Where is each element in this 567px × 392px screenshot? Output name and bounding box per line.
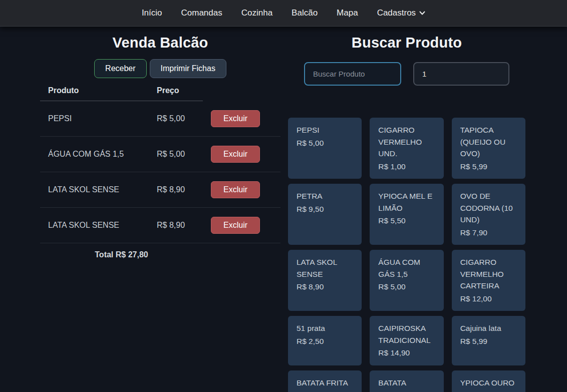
order-row: ÁGUA COM GÁS 1,5 R$ 5,00 Excluir bbox=[40, 136, 280, 172]
column-header-preco: Preço bbox=[149, 81, 203, 101]
order-row-produto: ÁGUA COM GÁS 1,5 bbox=[40, 136, 149, 172]
product-card[interactable]: LATA SKOL SENSE R$ 8,90 bbox=[288, 250, 362, 311]
product-card-price: R$ 8,90 bbox=[297, 281, 353, 293]
excluir-button[interactable]: Excluir bbox=[211, 146, 260, 163]
top-nav: Início Comandas Cozinha Balcão Mapa Cada… bbox=[0, 0, 567, 27]
product-card[interactable]: 51 prata R$ 2,50 bbox=[288, 316, 362, 365]
product-card-name: OVO DE CODORNA (10 UND) bbox=[460, 190, 517, 226]
excluir-button[interactable]: Excluir bbox=[211, 110, 260, 127]
product-card-name: TAPIOCA (QUEIJO OU OVO) bbox=[460, 124, 517, 160]
order-table: Produto Preço PEPSI R$ 5,00 Excluir ÁGUA… bbox=[40, 81, 280, 266]
order-table-header: Produto Preço bbox=[40, 81, 280, 101]
product-card-price: R$ 5,00 bbox=[378, 281, 435, 293]
product-card-name: CAIPIROSKA TRADICIONAL bbox=[378, 322, 435, 346]
order-row: PEPSI R$ 5,00 Excluir bbox=[40, 101, 280, 137]
product-card[interactable]: BATATA FRITA bbox=[288, 370, 362, 392]
product-card-price: R$ 7,90 bbox=[460, 227, 517, 239]
buscar-produto-panel: Buscar Produto PEPSI R$ 5,00 CIGARRO VER… bbox=[288, 27, 525, 392]
imprimir-fichas-button[interactable]: Imprimir Fichas bbox=[150, 59, 226, 78]
order-row: LATA SKOL SENSE R$ 8,90 Excluir bbox=[40, 172, 280, 207]
product-card-name: CIGARRO VERMELHO CARTEIRA bbox=[460, 256, 517, 292]
product-card-name: Cajuina lata bbox=[460, 322, 517, 334]
excluir-button[interactable]: Excluir bbox=[211, 217, 260, 234]
order-row-produto: LATA SKOL SENSE bbox=[40, 207, 149, 243]
product-card-price: R$ 14,90 bbox=[378, 347, 435, 359]
search-row bbox=[288, 62, 525, 86]
nav-item-mapa[interactable]: Mapa bbox=[337, 8, 358, 18]
product-card-price: R$ 2,50 bbox=[297, 335, 353, 347]
product-card-price: R$ 5,50 bbox=[378, 215, 435, 227]
product-card-price: R$ 5,99 bbox=[460, 335, 517, 347]
product-card-name: 51 prata bbox=[297, 322, 353, 334]
product-card-name: CIGARRO VERMELHO UND. bbox=[378, 124, 435, 160]
order-row-preco: R$ 8,90 bbox=[149, 207, 203, 243]
product-card-name: PETRA bbox=[297, 190, 353, 202]
order-row: LATA SKOL SENSE R$ 8,90 Excluir bbox=[40, 207, 280, 243]
nav-item-cozinha[interactable]: Cozinha bbox=[241, 8, 272, 18]
product-card-price: R$ 5,00 bbox=[297, 137, 353, 149]
order-row-produto: LATA SKOL SENSE bbox=[40, 172, 149, 207]
nav-item-cadastros[interactable]: Cadastros bbox=[377, 8, 425, 18]
order-row-preco: R$ 5,00 bbox=[149, 101, 203, 137]
product-card[interactable]: ÁGUA COM GÁS 1,5 R$ 5,00 bbox=[370, 250, 443, 311]
venda-balcao-panel: Venda Balcão Receber Imprimir Fichas Pro… bbox=[40, 27, 280, 392]
product-card-name: PEPSI bbox=[297, 124, 353, 136]
product-card[interactable]: TAPIOCA (QUEIJO OU OVO) R$ 5,99 bbox=[452, 118, 525, 179]
product-card[interactable]: YPIOCA MEL E LIMÃO R$ 5,50 bbox=[370, 184, 443, 245]
product-card[interactable]: BATATA bbox=[370, 370, 443, 392]
product-card-price: R$ 1,00 bbox=[378, 161, 435, 173]
product-card[interactable]: CAIPIROSKA TRADICIONAL R$ 14,90 bbox=[370, 316, 443, 365]
product-card-name: BATATA bbox=[378, 377, 435, 389]
order-total-row: Total R$ 27,80 bbox=[40, 243, 280, 266]
venda-actions: Receber Imprimir Fichas bbox=[40, 59, 280, 78]
product-card-price: R$ 9,50 bbox=[297, 203, 353, 215]
product-card[interactable]: CIGARRO VERMELHO CARTEIRA R$ 12,00 bbox=[452, 250, 525, 311]
order-row-preco: R$ 8,90 bbox=[149, 172, 203, 207]
product-card-price: R$ 5,99 bbox=[460, 161, 517, 173]
search-input[interactable] bbox=[304, 62, 401, 86]
receber-button[interactable]: Receber bbox=[94, 59, 146, 78]
nav-item-balcao[interactable]: Balcão bbox=[292, 8, 318, 18]
excluir-button[interactable]: Excluir bbox=[211, 181, 260, 198]
order-row-preco: R$ 5,00 bbox=[149, 136, 203, 172]
nav-item-inicio[interactable]: Início bbox=[142, 8, 162, 18]
product-card-price: R$ 12,00 bbox=[460, 293, 517, 305]
product-card[interactable]: Cajuina lata R$ 5,99 bbox=[452, 316, 525, 365]
cadastros-label: Cadastros bbox=[377, 8, 416, 18]
order-total: Total R$ 27,80 bbox=[40, 243, 203, 266]
nav-item-comandas[interactable]: Comandas bbox=[181, 8, 222, 18]
product-card[interactable]: CIGARRO VERMELHO UND. R$ 1,00 bbox=[370, 118, 443, 179]
product-card-name: YPIOCA MEL E LIMÃO bbox=[378, 190, 435, 214]
product-card-name: LATA SKOL SENSE bbox=[297, 256, 353, 280]
product-card-name: YPIOCA OURO bbox=[460, 377, 517, 389]
product-card[interactable]: YPIOCA OURO bbox=[452, 370, 525, 392]
order-row-produto: PEPSI bbox=[40, 101, 149, 137]
column-header-actions bbox=[203, 81, 280, 101]
chevron-down-icon bbox=[419, 8, 425, 18]
buscar-produto-title: Buscar Produto bbox=[288, 35, 525, 51]
quantity-input[interactable] bbox=[413, 62, 509, 86]
venda-balcao-title: Venda Balcão bbox=[40, 35, 280, 51]
product-card[interactable]: PEPSI R$ 5,00 bbox=[288, 118, 362, 179]
product-card[interactable]: OVO DE CODORNA (10 UND) R$ 7,90 bbox=[452, 184, 525, 245]
product-card-name: ÁGUA COM GÁS 1,5 bbox=[378, 256, 435, 280]
product-card[interactable]: PETRA R$ 9,50 bbox=[288, 184, 362, 245]
column-header-produto: Produto bbox=[40, 81, 149, 101]
product-card-name: BATATA FRITA bbox=[297, 377, 353, 389]
product-grid: PEPSI R$ 5,00 CIGARRO VERMELHO UND. R$ 1… bbox=[288, 118, 525, 392]
